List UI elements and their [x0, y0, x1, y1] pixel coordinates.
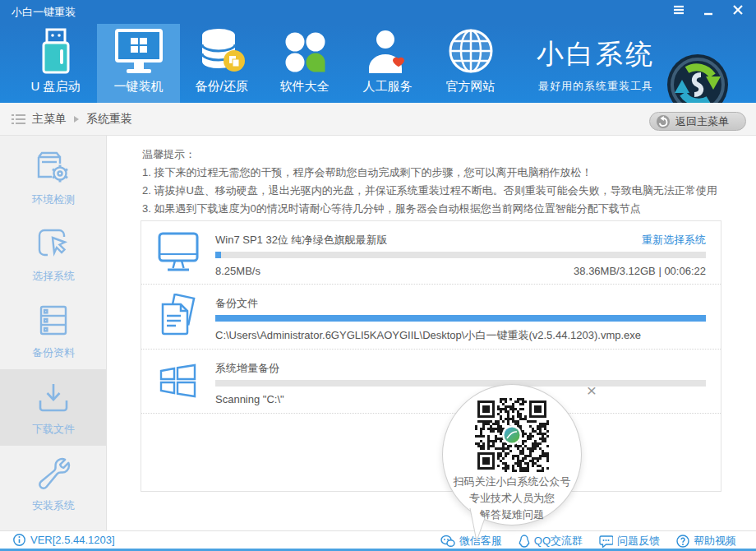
sidebar-item-backup-data[interactable]: 备份资料 — [0, 293, 107, 369]
monitor-windows-icon — [114, 24, 164, 75]
chevron-right-icon — [73, 115, 80, 123]
breadcrumb: 主菜单 系统重装 — [12, 103, 132, 136]
back-arrow-icon — [657, 115, 670, 128]
version-text: VER[2.5.44.1203] — [30, 534, 115, 546]
status-bar: VER[2.5.44.1203] 微信客服 QQ交流群 — [0, 530, 756, 551]
window-title: 小白一键重装 — [12, 0, 76, 25]
tips-line: 2. 请拔掉U盘、移动硬盘，退出光驱内的光盘，并保证系统重装过程不断电。否则重装… — [142, 182, 717, 200]
backup-files-title: 备份文件 — [215, 296, 258, 311]
sidebar-item-download-files[interactable]: 下载文件 — [0, 369, 107, 446]
tab-usb-boot[interactable]: U 盘启动 — [14, 24, 97, 103]
incremental-row: 系统增量备份 Scanning "C:\" — [141, 350, 721, 414]
reselect-system-link[interactable]: 重新选择系统 — [642, 233, 706, 248]
feedback-link[interactable]: 问题反馈 — [599, 534, 660, 549]
top-nav: U 盘启动 一键装机 — [0, 24, 756, 103]
tips-line: 3. 如果遇到下载速度为0的情况时请耐心等待几分钟，服务器会自动根据您当前网络位… — [142, 200, 717, 218]
backup-progress-fill — [215, 315, 706, 322]
person-heart-icon — [366, 24, 410, 75]
speech-bubble-icon — [599, 535, 613, 548]
popup-close-icon[interactable]: × — [582, 381, 602, 401]
database-icon — [198, 24, 246, 75]
download-detail: 38.36MB/3.12GB | 00:06:22 — [574, 265, 706, 277]
breadcrumb-bar: 主菜单 系统重装 返回主菜单 — [0, 103, 756, 136]
box-gear-icon — [35, 149, 72, 187]
cursor-select-icon — [35, 225, 72, 263]
brand-title: 小白系统 — [514, 36, 678, 73]
brand-subtitle: 最好用的系统重装工具 — [514, 79, 678, 94]
sidebar-item-select-system[interactable]: 选择系统 — [0, 216, 107, 293]
breadcrumb-current: 系统重装 — [86, 112, 132, 127]
backup-progress-bar — [215, 315, 706, 322]
tab-software[interactable]: 软件大全 — [263, 24, 346, 103]
backup-path: C:\Users\Administrator.6GYGLI5KAOYGIIL\D… — [215, 328, 641, 343]
title-bar: 小白一键重装 — [0, 0, 756, 25]
tab-website[interactable]: 官方网站 — [429, 24, 512, 103]
tips-title: 温馨提示： — [142, 146, 717, 164]
wrench-icon — [35, 455, 72, 493]
version-info: VER[2.5.44.1203] — [13, 534, 115, 546]
incremental-progress-bar — [215, 380, 706, 387]
sidebar: 环境检测 选择系统 备份资料 — [0, 136, 107, 530]
list-icon — [12, 113, 25, 125]
main-content: 温馨提示： 1. 接下来的过程无需您的干预，程序会帮助您自动完成剩下的步骤，您可… — [107, 136, 756, 530]
popup-line: 扫码关注小白系统公众号 — [443, 474, 581, 490]
qq-group-link[interactable]: QQ交流群 — [519, 534, 583, 549]
incremental-status: Scanning "C:\" — [215, 393, 284, 405]
sidebar-item-install-system[interactable]: 安装系统 — [0, 446, 107, 522]
empty-row — [141, 414, 721, 490]
windows-logo-icon — [141, 350, 215, 413]
sidebar-item-env-check[interactable]: 环境检测 — [0, 140, 107, 216]
qr-code — [475, 398, 549, 472]
tips-block: 温馨提示： 1. 接下来的过程无需您的干预，程序会帮助您自动完成剩下的步骤，您可… — [142, 146, 717, 218]
incremental-title: 系统增量备份 — [215, 361, 279, 376]
help-video-link[interactable]: 帮助视频 — [676, 534, 736, 549]
close-icon[interactable] — [730, 3, 746, 20]
download-row: Win7 SP1 32位 纯净绿色旗舰最新版 重新选择系统 8.25MB/s 3… — [141, 221, 721, 285]
app-window: 小白一键重装 U 盘启动 — [0, 0, 756, 551]
qr-popup: 扫码关注小白系统公众号 专业技术人员为您 解答疑难问题 — [442, 384, 582, 526]
minimize-icon[interactable] — [700, 3, 717, 20]
qq-penguin-icon — [519, 535, 530, 548]
wechat-icon — [440, 535, 455, 548]
tab-support[interactable]: 人工服务 — [346, 24, 429, 103]
brand: 小白系统 最好用的系统重装工具 — [514, 24, 678, 103]
usb-drive-icon — [35, 24, 76, 75]
download-progress-fill — [215, 252, 221, 258]
server-stack-icon — [35, 302, 72, 340]
monitor-icon — [141, 221, 215, 284]
popup-tail — [464, 504, 497, 545]
download-speed: 8.25MB/s — [215, 265, 260, 277]
download-progress-bar — [215, 252, 706, 258]
tab-one-key-install[interactable]: 一键装机 — [97, 24, 180, 103]
progress-panel: Win7 SP1 32位 纯净绿色旗舰最新版 重新选择系统 8.25MB/s 3… — [141, 220, 721, 492]
documents-icon — [141, 285, 215, 349]
back-to-menu-button[interactable]: 返回主菜单 — [649, 112, 746, 131]
tab-backup-restore[interactable]: 备份/还原 — [180, 24, 263, 103]
question-icon — [676, 535, 689, 548]
breadcrumb-root[interactable]: 主菜单 — [32, 112, 67, 127]
download-title: Win7 SP1 32位 纯净绿色旗舰最新版 — [215, 233, 388, 248]
clover-icon — [282, 24, 328, 75]
info-icon — [13, 534, 25, 546]
backup-files-row: 备份文件 C:\Users\Administrator.6GYGLI5KAOYG… — [141, 285, 721, 350]
menu-icon[interactable] — [671, 3, 687, 20]
download-icon — [35, 378, 72, 416]
tips-line: 1. 接下来的过程无需您的干预，程序会帮助您自动完成剩下的步骤，您可以离开电脑稍… — [142, 164, 717, 182]
globe-icon — [447, 24, 495, 75]
window-controls — [671, 3, 746, 20]
